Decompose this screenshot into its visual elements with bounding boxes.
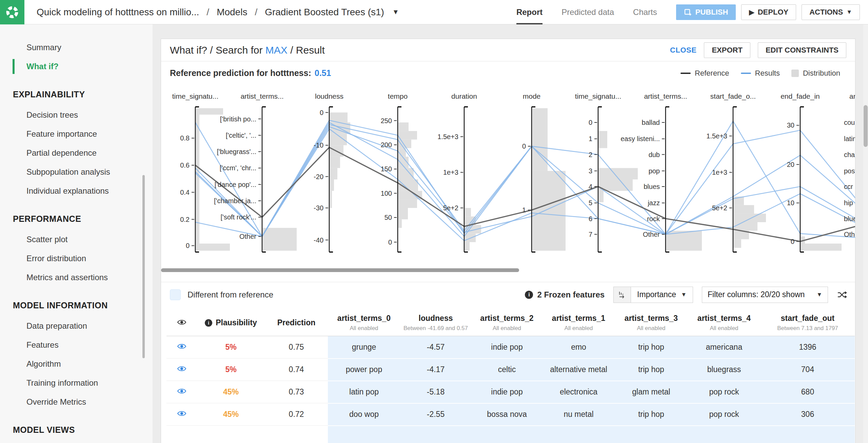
parallel-coordinates-chart[interactable]: time_signatu...00.20.40.60.8artist_terms… (161, 86, 855, 289)
deploy-button[interactable]: ▶ DEPLOY (741, 4, 796, 20)
sidebar-item-label: Data preparation (26, 321, 87, 330)
sidebar-item-label: Override Metrics (26, 397, 86, 406)
filter-columns-dropdown[interactable]: Filter columns: 20/20 shown ▼ (702, 287, 828, 303)
column-header-artist_terms_1[interactable]: artist_terms_1All enabled (542, 310, 615, 336)
axis-title: mode (523, 92, 541, 100)
column-header-constraint: Between -41.69 and 0.57 (402, 325, 469, 332)
sidebar-item-scatter-plot[interactable]: Scatter plot (0, 230, 153, 249)
sidebar-item-training-information[interactable]: Training information (0, 373, 153, 392)
close-button[interactable]: CLOSE (670, 46, 696, 55)
axis-title: end_fade_in (781, 92, 820, 100)
panel-header-actions: CLOSE EXPORT EDIT CONSTRAINTS (670, 42, 846, 58)
column-header-artist_terms_4[interactable]: artist_terms_4All enabled (688, 310, 761, 336)
column-header-loudness[interactable]: loudnessBetween -41.69 and 0.57 (400, 310, 471, 336)
cell-artist_terms_1: emo (542, 336, 615, 359)
sidebar-item-label: Features (26, 340, 59, 349)
tab-predicted-data[interactable]: Predicted data (561, 0, 614, 24)
sidebar-item-metrics-and-assertions[interactable]: Metrics and assertions (0, 268, 153, 287)
column-header-visibility (166, 310, 197, 336)
axis-tick-label: -20 (314, 173, 323, 180)
shuffle-columns-button[interactable] (837, 290, 847, 300)
cell-loudness: -5.18 (400, 381, 471, 403)
axis-title: time_signatu... (575, 92, 622, 100)
panel-title: What if? / Search for MAX / Result (170, 44, 325, 56)
breadcrumb-model-name[interactable]: Gradient Boosted Trees (s1) (265, 7, 384, 18)
sidebar-item-individual-explanations[interactable]: Individual explanations (0, 181, 153, 200)
tab-report[interactable]: Report (516, 0, 542, 24)
sidebar-scrollbar[interactable] (142, 175, 145, 358)
sidebar-item-summary[interactable]: Summary (0, 38, 153, 57)
sort-by-dropdown[interactable]: Importance ▼ (631, 287, 693, 303)
distribution-bar (398, 131, 417, 139)
reference-prediction-label: Reference prediction for hotttness: (170, 68, 311, 78)
column-header-prediction[interactable]: Prediction (265, 310, 328, 336)
sidebar-item-partial-dependence[interactable]: Partial dependence (0, 143, 153, 162)
tab-charts[interactable]: Charts (633, 0, 657, 24)
sidebar-item-override-metrics[interactable]: Override Metrics (0, 392, 153, 411)
distribution-bar (330, 157, 340, 168)
distribution-bar (330, 179, 334, 191)
results-table: iPlausibilityPredictionartist_terms_0All… (166, 310, 855, 443)
axis-tick-label: rock (647, 215, 660, 223)
axis-tick-label: 1.5e+3 (437, 133, 458, 140)
app-logo[interactable] (0, 0, 24, 24)
breadcrumb-models[interactable]: Models (217, 7, 247, 18)
axis-title: duration (451, 92, 477, 100)
sidebar-item-data-preparation[interactable]: Data preparation (0, 316, 153, 335)
column-header-label: Prediction (267, 318, 326, 327)
show-row-button[interactable] (177, 387, 186, 395)
publish-button[interactable]: PUBLISH (676, 4, 736, 20)
chart-horizontal-scrollbar[interactable] (161, 268, 519, 272)
axis-tick-label: pop (649, 167, 660, 175)
sort-order-button[interactable] (613, 287, 631, 303)
model-dropdown-caret-icon[interactable]: ▼ (392, 8, 399, 16)
sidebar-item-label: Algorithm (26, 359, 61, 368)
legend-item-reference: Reference (680, 69, 729, 78)
axis-tick-label: 0.6 (180, 161, 190, 169)
page-scrollbar-thumb[interactable] (864, 105, 868, 147)
cell-visibility (166, 336, 197, 359)
breadcrumb-separator: / (206, 7, 209, 18)
axis-tick-label: 150 (381, 165, 392, 173)
distribution-bar (734, 214, 766, 222)
cell-plausibility: 45% (197, 403, 265, 426)
column-header-constraint: All enabled (545, 325, 613, 332)
column-header-artist_terms_3[interactable]: artist_terms_3All enabled (615, 310, 688, 336)
column-header-artist_terms_2[interactable]: artist_terms_2All enabled (471, 310, 542, 336)
cell-prediction (265, 426, 328, 443)
column-header-artist_terms_0[interactable]: artist_terms_0All enabled (328, 310, 400, 336)
export-button[interactable]: EXPORT (704, 42, 750, 58)
cell-prediction: 0.75 (265, 336, 328, 359)
sort-by-control[interactable]: Importance ▼ (613, 287, 693, 303)
distribution-bar (330, 168, 337, 179)
actions-button[interactable]: ACTIONS ▼ (802, 4, 860, 20)
different-from-reference-checkbox[interactable] (170, 289, 181, 300)
sidebar-item-decision-trees[interactable]: Decision trees (0, 105, 153, 124)
axis-tick-label: 4 (589, 183, 592, 190)
sidebar-item-algorithm[interactable]: Algorithm (0, 354, 153, 373)
page-scrollbar-track[interactable] (863, 24, 868, 443)
show-row-button[interactable] (177, 365, 186, 372)
sidebar-item-error-distribution[interactable]: Error distribution (0, 249, 153, 268)
edit-constraints-button[interactable]: EDIT CONSTRAINTS (758, 42, 846, 58)
sidebar-section-model-views: MODEL VIEWS (0, 411, 153, 441)
axis-tick-label: 1e+3 (443, 169, 458, 176)
cell-artist_terms_3: trip hop (615, 403, 688, 426)
sidebar-item-features[interactable]: Features (0, 335, 153, 354)
show-row-button[interactable] (177, 410, 186, 417)
axis-tick-label: ['bluegrass'... (217, 148, 256, 155)
cell-artist_terms_4 (688, 426, 761, 443)
column-header-plausibility[interactable]: iPlausibility (197, 310, 265, 336)
show-row-button[interactable] (177, 343, 186, 350)
column-header-label: artist_terms_1 (545, 314, 613, 323)
column-header-constraint: All enabled (330, 325, 398, 332)
column-header-start_fade_out[interactable]: start_fade_outBetween 7.13 and 1797 (761, 310, 855, 336)
sidebar-item-what-if-[interactable]: What if? (0, 57, 153, 76)
sidebar-item-label: Individual explanations (26, 186, 109, 195)
sidebar-item-feature-importance[interactable]: Feature importance (0, 124, 153, 143)
breadcrumb-project[interactable]: Quick modeling of hotttness on millio... (37, 7, 199, 18)
frozen-features: i 2 Frozen features (525, 290, 605, 300)
sidebar-item-subpopulation-analysis[interactable]: Subpopulation analysis (0, 162, 153, 181)
distribution-bar (599, 191, 604, 203)
active-indicator-bar (13, 59, 15, 74)
